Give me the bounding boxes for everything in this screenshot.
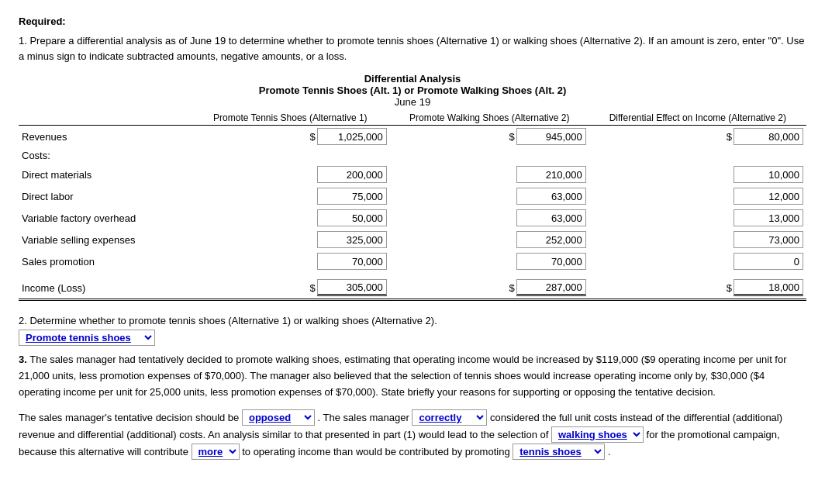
direct-labor-label: Direct labor: [19, 185, 191, 207]
direct-labor-diff-cell: [589, 185, 806, 207]
direct-labor-alt2-input[interactable]: [516, 188, 586, 205]
variable-selling-alt1-input[interactable]: [317, 231, 387, 248]
direct-labor-diff-input[interactable]: [734, 188, 803, 205]
col-header-alt1: Promote Tennis Shoes (Alternative 1): [191, 111, 390, 126]
income-loss-alt1-cell: $: [191, 277, 390, 300]
variable-selling-diff-input[interactable]: [734, 231, 803, 248]
promote-dropdown[interactable]: Promote tennis shoes Promote walking sho…: [19, 330, 155, 346]
variable-selling-diff-cell: [589, 229, 806, 250]
direct-labor-alt1-input[interactable]: [317, 188, 387, 205]
table-title-3: June 19: [19, 96, 806, 108]
direct-materials-alt2-input[interactable]: [516, 166, 586, 183]
variable-factory-row: Variable factory overhead: [19, 207, 806, 229]
tennis-shoes-dropdown[interactable]: tennis shoes walking shoes: [513, 444, 605, 460]
section-3: 3. The sales manager had tentatively dec…: [19, 352, 806, 400]
direct-labor-alt2-cell: [390, 185, 589, 207]
revenues-diff-input[interactable]: [734, 128, 803, 145]
revenues-alt2-input[interactable]: [516, 128, 586, 145]
direct-labor-row: Direct labor: [19, 185, 806, 207]
costs-label-row: Costs:: [19, 147, 806, 164]
variable-factory-alt1-input[interactable]: [317, 209, 387, 226]
income-loss-diff-cell: $: [589, 277, 806, 300]
section-4-text6: .: [608, 446, 611, 457]
col-header-diff: Differential Effect on Income (Alternati…: [589, 111, 806, 126]
income-loss-alt2-cell: $: [390, 277, 589, 300]
revenues-label: Revenues: [19, 126, 191, 148]
table-title-1: Differential Analysis: [19, 73, 806, 85]
variable-selling-label: Variable selling expenses: [19, 229, 191, 250]
revenues-diff-cell: $: [589, 126, 806, 148]
section-2-number: 2.: [19, 315, 27, 326]
direct-materials-diff-input[interactable]: [734, 166, 803, 183]
section-4: The sales manager's tentative decision s…: [19, 409, 806, 460]
section-2: 2. Determine whether to promote tennis s…: [19, 315, 806, 346]
variable-factory-label: Variable factory overhead: [19, 207, 191, 229]
section-3-description: The sales manager had tentatively decide…: [19, 354, 787, 398]
sales-promotion-label: Sales promotion: [19, 250, 191, 272]
col-header-label: [19, 111, 191, 126]
variable-factory-alt1-cell: [191, 207, 390, 229]
income-loss-alt2-input[interactable]: [516, 279, 586, 296]
opposed-dropdown[interactable]: opposed supported: [242, 409, 315, 426]
col-header-alt2: Promote Walking Shoes (Alternative 2): [390, 111, 589, 126]
sales-promotion-alt1-input[interactable]: [317, 253, 387, 270]
variable-selling-alt1-cell: [191, 229, 390, 250]
costs-label: Costs:: [19, 147, 191, 164]
section-3-text: 3. The sales manager had tentatively dec…: [19, 352, 806, 400]
section-4-text2: . The sales manager: [318, 412, 412, 423]
differential-analysis-table: Promote Tennis Shoes (Alternative 1) Pro…: [19, 111, 806, 301]
revenues-alt1-dollar: $: [310, 131, 316, 143]
direct-materials-alt1-input[interactable]: [317, 166, 387, 183]
required-label: Required:: [19, 16, 806, 27]
income-loss-diff-dollar: $: [727, 282, 732, 294]
revenues-alt1-cell: $: [191, 126, 390, 148]
direct-materials-alt2-cell: [390, 164, 589, 185]
section-2-text: 2. Determine whether to promote tennis s…: [19, 315, 806, 326]
income-loss-label: Income (Loss): [19, 277, 191, 300]
section-4-text1: The sales manager's tentative decision s…: [19, 412, 242, 423]
direct-materials-row: Direct materials: [19, 164, 806, 185]
sales-promotion-diff-cell: [589, 250, 806, 272]
correctly-dropdown[interactable]: correctly incorrectly: [412, 409, 487, 426]
direct-labor-alt1-cell: [191, 185, 390, 207]
sales-promotion-alt2-input[interactable]: [516, 253, 586, 270]
revenues-alt2-cell: $: [390, 126, 589, 148]
variable-factory-diff-cell: [589, 207, 806, 229]
variable-factory-diff-input[interactable]: [734, 209, 803, 226]
more-dropdown[interactable]: more less: [192, 444, 240, 460]
income-loss-alt1-input[interactable]: [317, 279, 387, 296]
table-title-2: Promote Tennis Shoes (Alt. 1) or Promote…: [19, 85, 806, 96]
revenues-diff-dollar: $: [727, 131, 732, 143]
section-2-description: Determine whether to promote tennis shoe…: [29, 315, 437, 326]
revenues-alt2-dollar: $: [509, 131, 514, 143]
walking-shoes-dropdown[interactable]: walking shoes tennis shoes: [551, 426, 644, 443]
revenues-alt1-input[interactable]: [317, 128, 387, 145]
section-4-text5: to operating income than would be contri…: [242, 446, 513, 457]
income-loss-alt2-dollar: $: [509, 282, 514, 294]
variable-selling-alt2-cell: [390, 229, 589, 250]
sales-promotion-alt1-cell: [191, 250, 390, 272]
variable-factory-alt2-cell: [390, 207, 589, 229]
table-title: Differential Analysis Promote Tennis Sho…: [19, 73, 806, 108]
instruction-q1: 1. Prepare a differential analysis as of…: [19, 33, 806, 64]
variable-selling-alt2-input[interactable]: [516, 231, 586, 248]
variable-selling-row: Variable selling expenses: [19, 229, 806, 250]
variable-factory-alt2-input[interactable]: [516, 209, 586, 226]
sales-promotion-alt2-cell: [390, 250, 589, 272]
direct-materials-diff-cell: [589, 164, 806, 185]
income-loss-alt1-dollar: $: [310, 282, 316, 294]
sales-promotion-diff-input[interactable]: [734, 253, 803, 270]
section-3-number: 3.: [19, 354, 27, 365]
direct-materials-label: Direct materials: [19, 164, 191, 185]
income-loss-diff-input[interactable]: [734, 279, 803, 296]
sales-promotion-row: Sales promotion: [19, 250, 806, 272]
section-2-dropdown-container: Promote tennis shoes Promote walking sho…: [19, 330, 806, 346]
revenues-row: Revenues $ $ $: [19, 126, 806, 148]
direct-materials-alt1-cell: [191, 164, 390, 185]
income-loss-row: Income (Loss) $ $ $: [19, 277, 806, 300]
